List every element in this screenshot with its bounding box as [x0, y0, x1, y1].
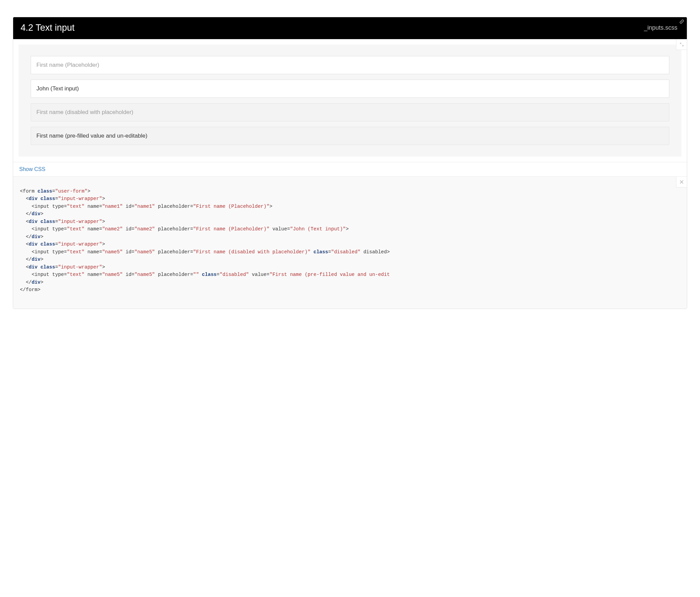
markup-area: ✕ <form class="user-form"> <div class="i… [13, 176, 687, 308]
example-inner [19, 45, 681, 156]
section-header: 4.2 Text input _inputs.scss [13, 17, 687, 39]
first-name-input-disabled-placeholder [31, 103, 669, 121]
styleguide-section: 4.2 Text input _inputs.scss [13, 17, 687, 309]
first-name-input-value[interactable] [31, 80, 669, 98]
input-row [31, 127, 669, 145]
permalink-icon[interactable] [679, 19, 684, 24]
first-name-input-disabled-value [31, 127, 669, 145]
show-css-link[interactable]: Show CSS [19, 166, 45, 172]
first-name-input-placeholder[interactable] [31, 56, 669, 74]
input-row [31, 80, 669, 98]
close-icon: ✕ [679, 179, 684, 185]
toggle-row: Show CSS [13, 162, 687, 176]
section-filename: _inputs.scss [644, 24, 677, 31]
expand-button[interactable] [676, 39, 687, 50]
input-row [31, 103, 669, 121]
input-row [31, 56, 669, 74]
example-area [13, 39, 687, 162]
markup-code: <form class="user-form"> <div class="inp… [20, 188, 680, 294]
section-title: 4.2 Text input [21, 23, 644, 33]
close-markup-button[interactable]: ✕ [676, 177, 687, 188]
